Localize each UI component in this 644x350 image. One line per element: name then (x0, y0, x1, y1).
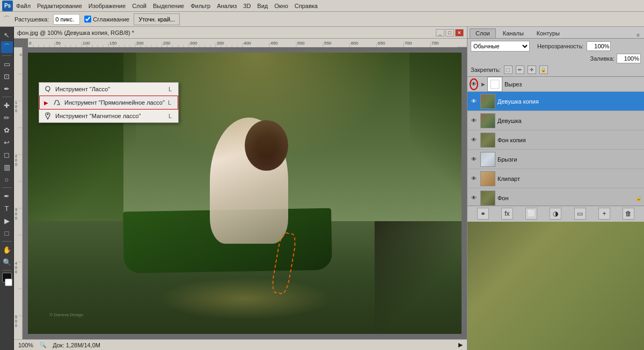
layer-thumb-klipart (480, 171, 495, 186)
water-reflection (158, 278, 331, 320)
context-menu-lasso[interactable]: Инструмент "Лассо" L (39, 83, 178, 96)
layer-name-fon: Фон (497, 195, 633, 201)
background-color[interactable] (5, 279, 12, 286)
context-menu-magnetic[interactable]: Инструмент "Магнитное лассо" L (39, 110, 178, 122)
menu-edit[interactable]: Редактирование (37, 3, 82, 9)
tool-zoom[interactable]: 🔍 (1, 256, 13, 268)
svg-rect-65 (14, 47, 23, 339)
tool-gradient[interactable]: ▥ (1, 161, 13, 173)
tool-dodge[interactable]: ○ (1, 173, 13, 185)
layer-fx-button[interactable]: fx (501, 208, 513, 220)
menu-filter[interactable]: Фильтр (191, 3, 210, 9)
layer-eye-vyrez[interactable]: 👁 (470, 80, 478, 89)
layer-thumb-fon (480, 191, 495, 206)
tool-pen[interactable]: ✒ (1, 190, 13, 202)
layer-item-bryzgi[interactable]: 👁 Брызги (467, 150, 644, 169)
magnetic-shortcut: L (169, 113, 172, 119)
smooth-checkbox[interactable] (84, 16, 91, 23)
layer-new-button[interactable]: + (598, 208, 610, 220)
tool-eraser[interactable]: ◻ (1, 149, 13, 161)
opacity-input[interactable] (587, 41, 611, 51)
layer-delete-button[interactable]: 🗑 (623, 208, 634, 220)
doc-size: Док: 1,28М/14,0М (53, 342, 100, 348)
eye-icon-vyrez: 👁 (471, 81, 477, 87)
layer-item-devushka-kopiya[interactable]: 👁 Девушка копия (467, 92, 644, 111)
tool-clone[interactable]: ✿ (1, 124, 13, 136)
layer-eye-devushka[interactable]: 👁 (470, 116, 478, 125)
tool-history-brush[interactable]: ↩ (1, 136, 13, 148)
svg-text:0: 0 (15, 324, 17, 327)
svg-text:0: 0 (15, 212, 17, 216)
panel-options-arrow[interactable]: ≡ (636, 32, 642, 38)
context-menu: Инструмент "Лассо" L ▶ Инструмент "Прямо… (39, 82, 179, 123)
layer-eye-fon[interactable]: 👁 (470, 194, 478, 202)
layer-link-button[interactable]: ⚭ (477, 208, 489, 220)
layer-eye-devushka-kopiya[interactable]: 👁 (470, 97, 478, 106)
close-button[interactable]: ✕ (455, 29, 464, 37)
tool-eyedropper[interactable]: ✒ (1, 83, 13, 94)
refine-edge-button[interactable]: Уточн. край... (134, 13, 180, 25)
layer-mask-button[interactable]: ⬜ (525, 208, 537, 220)
canvas-body: 0 1 0 0 2 0 0 3 0 (14, 47, 467, 339)
layer-item-devushka[interactable]: 👁 Девушка (467, 111, 644, 130)
layer-thumb-bryzgi (480, 152, 495, 167)
menu-image[interactable]: Изображение (89, 3, 126, 9)
lock-paint-btn[interactable]: ✏ (516, 65, 524, 74)
menu-select[interactable]: Выделение (153, 3, 184, 9)
document-title: фон.jpg @ 100% (Девушка копия, RGB/8) * (17, 30, 134, 36)
layer-item-klipart[interactable]: 👁 Клипарт (467, 169, 644, 188)
polygonal-shortcut: L (168, 99, 171, 106)
tool-text[interactable]: T (1, 202, 13, 214)
feather-input[interactable] (53, 14, 80, 25)
layer-eye-bryzgi[interactable]: 👁 (470, 155, 478, 164)
layer-thumb-fon-kopiya (480, 133, 495, 148)
layer-eye-fon-kopiya[interactable]: 👁 (470, 136, 478, 144)
tool-healing[interactable]: ✚ (1, 99, 13, 111)
tool-shape[interactable]: □ (1, 227, 13, 239)
zoom-icon: 🔍 (40, 342, 46, 348)
document-titlebar: фон.jpg @ 100% (Девушка копия, RGB/8) * … (14, 27, 467, 39)
blend-mode-select[interactable]: Обычные (471, 41, 530, 52)
tool-brush[interactable]: ✏ (1, 112, 13, 123)
svg-text:0: 0 (15, 270, 17, 274)
menu-3d[interactable]: 3D (243, 3, 251, 9)
menu-layer[interactable]: Слой (132, 3, 147, 9)
tab-paths[interactable]: Контуры (531, 28, 566, 38)
lock-all-btn[interactable]: 🔒 (539, 65, 548, 74)
group-arrow-vyrez[interactable]: ▶ (481, 82, 485, 87)
tool-hand[interactable]: ✋ (1, 244, 13, 256)
eye-icon-bryzgi: 👁 (471, 156, 477, 162)
tool-marquee[interactable]: ▭ (1, 58, 13, 70)
menu-window[interactable]: Окно (274, 3, 288, 9)
layer-adjustment-button[interactable]: ◑ (550, 208, 561, 220)
menu-analysis[interactable]: Анализ (217, 3, 237, 9)
menu-view[interactable]: Вид (257, 3, 268, 9)
layer-eye-klipart[interactable]: 👁 (470, 174, 478, 183)
tool-lasso[interactable]: ⌒ (1, 41, 13, 53)
layer-item-fon-kopiya[interactable]: 👁 Фон копия (467, 130, 644, 150)
eye-icon-devushka: 👁 (471, 118, 477, 123)
svg-text:650: 650 (378, 41, 385, 46)
maximize-button[interactable]: □ (445, 29, 454, 37)
context-menu-polygonal[interactable]: ▶ Инструмент "Прямолинейное лассо" L (39, 96, 178, 110)
minimize-button[interactable]: _ (436, 29, 444, 37)
layer-item-fon[interactable]: 👁 Фон 🔒 (467, 188, 644, 206)
svg-text:3: 3 (15, 208, 17, 212)
tool-move[interactable]: ↖ (1, 29, 13, 41)
toolbar-separator-2 (2, 97, 12, 97)
lock-position-btn[interactable]: ✛ (528, 65, 536, 74)
titlebar-buttons: _ □ ✕ (436, 29, 464, 37)
svg-text:0: 0 (15, 109, 17, 113)
menu-file[interactable]: Файл (16, 3, 31, 9)
tool-path-selection[interactable]: ▶ (1, 215, 13, 227)
tool-crop[interactable]: ⊡ (1, 70, 13, 82)
toolbar-separator-3 (2, 187, 12, 188)
layer-group-vyrez[interactable]: 👁 ▶ Вырез (467, 77, 644, 92)
scroll-right-icon[interactable]: ▶ (458, 341, 463, 348)
menu-help[interactable]: Справка (295, 3, 318, 9)
fill-input[interactable] (617, 54, 641, 63)
layer-group-button[interactable]: ▭ (574, 208, 586, 220)
lock-transparent-btn[interactable]: ⬚ (504, 65, 513, 74)
tab-channels[interactable]: Каналы (497, 28, 530, 38)
tab-layers[interactable]: Слои (470, 28, 496, 38)
